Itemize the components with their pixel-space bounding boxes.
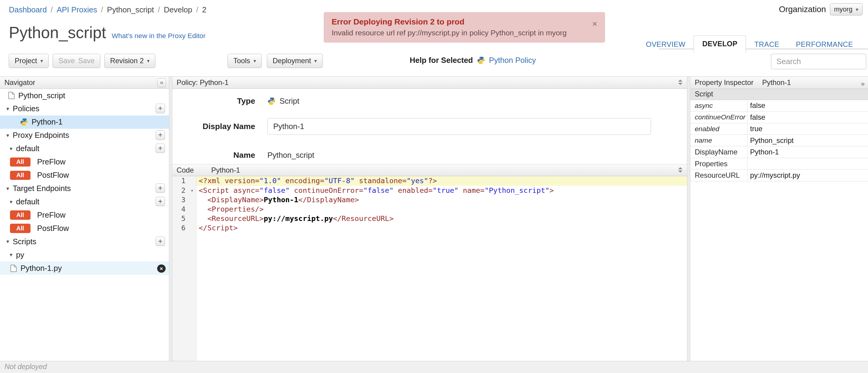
delete-script-button[interactable]: ×: [157, 265, 165, 273]
chevron-up-icon: [678, 80, 682, 82]
search-input[interactable]: [771, 54, 866, 69]
tab-develop[interactable]: DEVELOP: [693, 35, 746, 53]
deployment-button[interactable]: Deployment ▾: [267, 54, 323, 68]
nav-item-script-file[interactable]: Python-1.py ×: [0, 261, 169, 275]
inspector-row[interactable]: continueOnErrorfalse: [690, 112, 868, 123]
nav-item-proxy-postflow[interactable]: All PostFlow: [0, 169, 169, 182]
property-value[interactable]: true: [747, 125, 868, 133]
property-name: Properties: [690, 158, 747, 169]
inspector-row[interactable]: DisplayNamePython-1: [690, 146, 868, 158]
chevron-down-icon[interactable]: ▾: [4, 238, 11, 245]
project-button[interactable]: Project ▾: [9, 54, 49, 68]
fold-marker-icon: [188, 176, 196, 186]
python-policy-link[interactable]: Python Policy: [489, 56, 536, 65]
save-button[interactable]: SaveSaveSaveSaveSave: [53, 54, 100, 68]
inspector-row[interactable]: asyncfalse: [690, 100, 868, 112]
code-text: <Script async="false" continueOnError="f…: [196, 186, 687, 195]
organization-dropdown[interactable]: myorg ▾: [830, 3, 863, 15]
chevron-down-icon[interactable]: ▾: [8, 198, 14, 205]
property-value[interactable]: Python_script: [747, 136, 868, 145]
navigator-tree: Python_script ▾ Policies + Python-1 ▾: [0, 89, 169, 275]
close-icon[interactable]: ×: [592, 19, 597, 29]
inspector-row[interactable]: namePython_script: [690, 135, 868, 146]
breadcrumb-link-dashboard[interactable]: Dashboard: [9, 5, 46, 14]
code-editor[interactable]: 1<?xml version="1.0" encoding="UTF-8" st…: [172, 176, 687, 361]
nav-item-target-default[interactable]: ▾ default +: [0, 195, 169, 209]
flow-condition-badge: All: [10, 210, 31, 219]
add-proxy-endpoint-button[interactable]: +: [156, 130, 165, 139]
flow-condition-badge: All: [10, 157, 31, 166]
nav-root-label: Python_script: [18, 91, 65, 100]
inspector-row[interactable]: Properties: [690, 158, 868, 169]
nav-section-scripts[interactable]: ▾ Scripts +: [0, 235, 169, 248]
nav-section-proxy-endpoints[interactable]: ▾ Proxy Endpoints +: [0, 129, 169, 142]
breadcrumb-link-api-proxies[interactable]: API Proxies: [57, 5, 97, 14]
property-name: DisplayName: [690, 146, 747, 157]
add-target-endpoint-button[interactable]: +: [156, 184, 165, 193]
whats-new-link[interactable]: What's new in the Proxy Editor: [112, 32, 206, 40]
revision-button[interactable]: Revision 2 ▾: [104, 54, 155, 68]
tools-button[interactable]: Tools ▾: [227, 54, 262, 68]
policy-editor-body: Type Script Display Name Name Pyt: [172, 89, 687, 361]
fold-marker-icon[interactable]: ▾: [188, 186, 196, 195]
code-line[interactable]: 5 <ResourceURL>py://myscript.py</Resourc…: [172, 214, 687, 223]
property-value[interactable]: py://myscript.py: [747, 171, 868, 180]
caret-down-icon: ▾: [40, 58, 43, 64]
nav-item-proxy-preflow[interactable]: All PreFlow: [0, 155, 169, 169]
caret-down-icon: ▾: [254, 58, 256, 64]
code-line[interactable]: 4 <Properties/>: [172, 205, 687, 214]
chevron-down-icon[interactable]: ▾: [4, 132, 11, 139]
property-value[interactable]: false: [747, 113, 868, 122]
nav-item-proxy-default[interactable]: ▾ default +: [0, 142, 169, 155]
code-line[interactable]: 3 <DisplayName>Python-1</DisplayName>: [172, 195, 687, 205]
add-policy-button[interactable]: +: [156, 104, 165, 113]
property-value[interactable]: Python-1: [747, 148, 868, 156]
nav-item-proxy-root[interactable]: Python_script: [0, 89, 169, 102]
chevron-down-icon[interactable]: ▾: [8, 251, 14, 258]
add-script-button[interactable]: +: [156, 237, 165, 246]
flow-condition-badge: All: [10, 171, 31, 180]
inspector-rows: asyncfalsecontinueOnErrorfalseenabledtru…: [690, 100, 868, 181]
nav-section-target-endpoints[interactable]: ▾ Target Endpoints +: [0, 182, 169, 195]
toolbar-middle-group: Tools ▾ Deployment ▾: [227, 54, 323, 68]
breadcrumb-item-develop: Develop: [164, 5, 192, 14]
nav-item-target-postflow[interactable]: All PostFlow: [0, 222, 169, 235]
vertical-splitter[interactable]: [169, 77, 172, 361]
expand-inspector-icon[interactable]: »: [861, 78, 865, 90]
deployment-button-label: Deployment: [273, 57, 311, 65]
property-value[interactable]: false: [747, 101, 868, 110]
display-name-input[interactable]: [268, 118, 651, 135]
python-icon: [268, 97, 276, 105]
code-line[interactable]: 1<?xml version="1.0" encoding="UTF-8" st…: [172, 176, 687, 186]
code-line[interactable]: 2▾<Script async="false" continueOnError=…: [172, 186, 687, 195]
tab-overview[interactable]: OVERVIEW: [638, 37, 694, 53]
property-name: async: [690, 100, 747, 111]
nav-item-proxy-default-label: default: [16, 144, 39, 153]
collapse-panel-icon[interactable]: [678, 80, 682, 85]
collapse-navigator-button[interactable]: «: [157, 78, 166, 87]
nav-item-scripts-py[interactable]: ▾ py: [0, 248, 169, 261]
breadcrumb-item-revision: 2: [202, 5, 207, 14]
inspector-row[interactable]: enabledtrue: [690, 123, 868, 135]
tab-trace[interactable]: TRACE: [746, 37, 787, 53]
nav-item-policy-python-1[interactable]: Python-1: [0, 116, 169, 129]
inspector-row[interactable]: ResourceURLpy://myscript.py: [690, 169, 868, 181]
tab-performance[interactable]: PERFORMANCE: [787, 37, 861, 53]
chevron-down-icon[interactable]: ▾: [4, 105, 11, 112]
chevron-down-icon[interactable]: ▾: [4, 185, 11, 192]
nav-item-target-default-label: default: [16, 197, 39, 206]
code-text: <Properties/>: [196, 205, 687, 214]
add-proxy-flow-button[interactable]: +: [156, 144, 165, 153]
flow-condition-badge: All: [10, 224, 31, 233]
nav-section-policies[interactable]: ▾ Policies +: [0, 102, 169, 116]
add-target-flow-button[interactable]: +: [156, 197, 165, 206]
expand-code-icon[interactable]: [678, 167, 682, 173]
line-number: 6: [172, 223, 188, 233]
chevron-down-icon[interactable]: ▾: [8, 145, 14, 152]
workspace: Navigator « Python_script ▾ Policies +: [0, 76, 868, 361]
nav-item-target-preflow[interactable]: All PreFlow: [0, 209, 169, 222]
code-line[interactable]: 6</Script>: [172, 223, 687, 233]
vertical-splitter[interactable]: [687, 77, 690, 361]
code-text: <DisplayName>Python-1</DisplayName>: [196, 195, 687, 205]
line-number: 1: [172, 176, 188, 186]
